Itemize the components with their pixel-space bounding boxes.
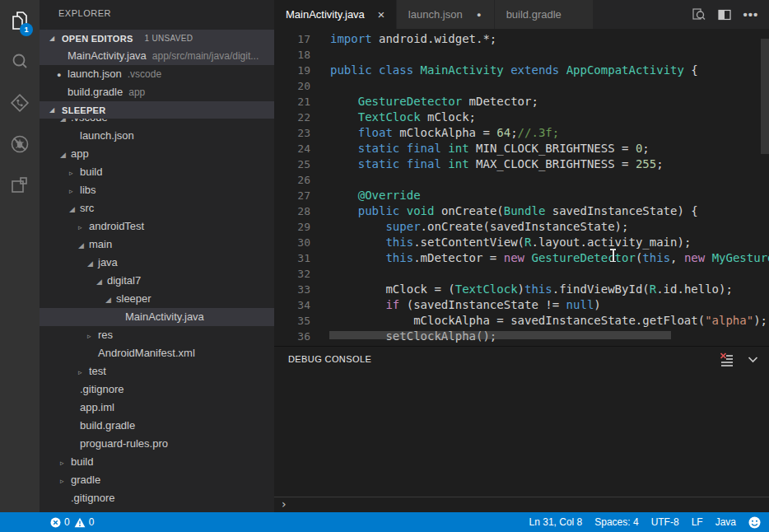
token: super bbox=[385, 220, 420, 233]
tree-item-main[interactable]: ◢main bbox=[40, 236, 274, 254]
mouse-text-cursor bbox=[609, 249, 617, 262]
eol[interactable]: LF bbox=[692, 516, 703, 528]
token: mClock; bbox=[421, 110, 476, 124]
tree-item-AndroidManifest.xml[interactable]: AndroidManifest.xml bbox=[40, 344, 274, 362]
tree-item-MainActivity.java[interactable]: MainActivity.java bbox=[40, 308, 274, 326]
token: @Override bbox=[358, 189, 421, 202]
debug-console-input[interactable]: › bbox=[274, 497, 769, 512]
tree-item-digital7[interactable]: ◢digital7 bbox=[40, 272, 274, 290]
code-line-18: 18 bbox=[274, 47, 769, 63]
split-editor-icon[interactable] bbox=[716, 7, 733, 23]
tree-item-test[interactable]: ▹test bbox=[40, 362, 274, 380]
token bbox=[330, 251, 385, 264]
tree-item-java[interactable]: ◢java bbox=[40, 254, 274, 272]
token bbox=[330, 220, 385, 233]
source-control-icon[interactable] bbox=[0, 82, 40, 124]
code-line-23: 23 float mClockAlpha = 64;//.3f; bbox=[274, 125, 769, 141]
code-text: float mClockAlpha = 64;//.3f; bbox=[330, 126, 559, 139]
tree-item-androidTest[interactable]: ▹androidTest bbox=[40, 217, 274, 236]
tab-label: launch.json bbox=[408, 8, 463, 21]
smiley-icon[interactable] bbox=[748, 516, 761, 529]
chevron-expanded-icon: ◢ bbox=[96, 273, 107, 290]
search-icon[interactable] bbox=[0, 41, 40, 82]
folder-section-header[interactable]: ◢ SLEEPER bbox=[40, 101, 274, 119]
tree-item-app[interactable]: ◢app bbox=[40, 145, 274, 163]
token: ) bbox=[594, 298, 600, 311]
token bbox=[705, 251, 711, 264]
debug-icon[interactable] bbox=[0, 124, 40, 165]
token bbox=[330, 298, 385, 311]
token: .mDetector = bbox=[413, 251, 504, 264]
collapse-panel-icon[interactable] bbox=[744, 351, 761, 367]
line-number: 26 bbox=[274, 172, 310, 188]
tree-item-build.gradle[interactable]: build.gradle bbox=[40, 417, 274, 435]
token bbox=[330, 157, 358, 170]
vertical-scrollbar[interactable] bbox=[761, 39, 769, 154]
tree-item-res[interactable]: ▹res bbox=[40, 326, 274, 344]
token: (savedInstanceState != bbox=[399, 298, 566, 311]
tree-item-.gitignore[interactable]: .gitignore bbox=[40, 380, 274, 399]
tree-item-label: sleeper bbox=[116, 292, 151, 305]
line-number: 22 bbox=[274, 110, 310, 125]
source-control-icon-glyph bbox=[9, 92, 30, 114]
close-icon[interactable]: × bbox=[375, 9, 388, 21]
token: static final bbox=[358, 142, 441, 155]
token: .layout.activity_main); bbox=[531, 236, 691, 249]
tab-launch.json[interactable]: launch.json● bbox=[397, 0, 495, 29]
tree-item-.gitignore[interactable]: .gitignore bbox=[40, 489, 274, 507]
open-preview-icon[interactable] bbox=[690, 7, 706, 23]
line-number: 33 bbox=[274, 282, 310, 297]
tree-item-src[interactable]: ◢src bbox=[40, 199, 274, 217]
token: AppCompatActivity bbox=[566, 63, 684, 77]
clear-console-icon[interactable] bbox=[718, 351, 734, 367]
horizontal-scrollbar[interactable] bbox=[329, 331, 671, 339]
tree-item-sleeper[interactable]: ◢sleeper bbox=[40, 290, 274, 308]
clear-console-icon-glyph bbox=[719, 352, 734, 367]
tree-item-app.iml[interactable]: app.iml bbox=[40, 399, 274, 417]
tree-item-build[interactable]: ▹build bbox=[40, 453, 274, 471]
tab-MainActivity.java[interactable]: MainActivity.java× bbox=[274, 0, 397, 29]
tree-item-launch.json[interactable]: launch.json bbox=[40, 127, 274, 145]
cursor-position[interactable]: Ln 31, Col 8 bbox=[529, 516, 583, 528]
code-line-30: 30 this.setContentView(R.layout.activity… bbox=[274, 235, 769, 250]
token bbox=[413, 63, 420, 77]
open-editor-item[interactable]: MainActivity.javaapp/src/main/java/digit… bbox=[40, 47, 274, 65]
tree-item-libs[interactable]: ▹libs bbox=[40, 181, 274, 199]
token: static final bbox=[358, 157, 441, 170]
tree-item-label: MainActivity.java bbox=[125, 310, 204, 323]
language-mode[interactable]: Java bbox=[715, 516, 736, 528]
more-actions-icon[interactable]: ••• bbox=[743, 7, 759, 23]
chevron-expanded-icon: ◢ bbox=[60, 146, 71, 163]
tree-item-label: .gitignore bbox=[71, 492, 114, 504]
tabs: MainActivity.java×launch.json●build.grad… bbox=[274, 0, 690, 29]
tab-build.gradle[interactable]: build.gradle bbox=[495, 0, 594, 29]
token: extends bbox=[510, 63, 559, 77]
tree-item-proguard-rules.pro[interactable]: proguard-rules.pro bbox=[40, 435, 274, 453]
dirty-dot-icon[interactable]: ● bbox=[473, 11, 486, 19]
token bbox=[330, 95, 358, 108]
token: void bbox=[407, 204, 435, 217]
token: .findViewById( bbox=[552, 282, 650, 296]
open-editors-header[interactable]: ◢ OPEN EDITORS 1 UNSAVED bbox=[40, 30, 274, 47]
token bbox=[330, 142, 358, 155]
tree-item-label: java bbox=[98, 256, 118, 268]
folder-section-label: SLEEPER bbox=[62, 105, 105, 115]
code-text: GestureDetector mDetector; bbox=[330, 95, 538, 108]
token: ; bbox=[510, 126, 517, 139]
code-lines: 17import android.widget.*;1819public cla… bbox=[274, 31, 769, 344]
tree-item-build[interactable]: ▹build bbox=[40, 163, 274, 181]
indentation[interactable]: Spaces: 4 bbox=[594, 516, 638, 528]
chevron-down-icon-glyph bbox=[745, 352, 761, 367]
tree-item-gradle[interactable]: ▹gradle bbox=[40, 471, 274, 489]
open-editor-item[interactable]: ●launch.json.vscode bbox=[40, 65, 274, 83]
tree-item-label: test bbox=[89, 365, 106, 377]
code-editor[interactable]: 17import android.widget.*;1819public cla… bbox=[274, 29, 769, 346]
token: new bbox=[504, 251, 524, 264]
token: MAX_CLOCK_BRIGHTNESS = bbox=[469, 157, 636, 170]
extensions-icon[interactable] bbox=[0, 165, 40, 206]
token: GestureDetector bbox=[531, 251, 635, 264]
open-editor-item[interactable]: build.gradleapp bbox=[40, 83, 274, 101]
files-icon[interactable]: 1 bbox=[0, 0, 40, 41]
encoding[interactable]: UTF-8 bbox=[651, 516, 679, 528]
status-problems[interactable]: 0 0 bbox=[50, 516, 94, 528]
